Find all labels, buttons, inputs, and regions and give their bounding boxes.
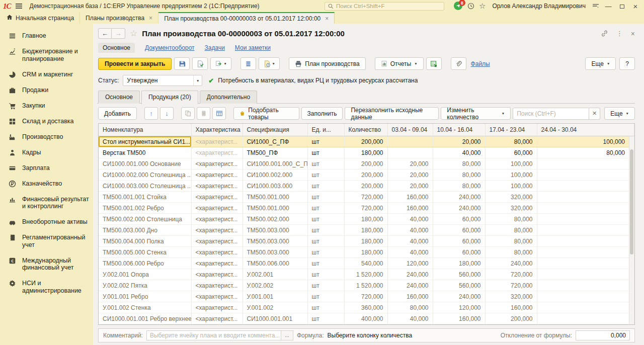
table-cell[interactable]: СИ1000.001.000_С_ПФ xyxy=(243,158,307,169)
files-link[interactable]: Файлы xyxy=(471,60,490,67)
table-cell[interactable]: 40,000 xyxy=(387,235,433,246)
table-cell[interactable]: <характерист... xyxy=(191,235,243,246)
table-cell[interactable]: <характерист... xyxy=(191,191,243,202)
table-cell[interactable]: шт xyxy=(307,224,344,235)
table-cell[interactable]: 40,000 xyxy=(387,313,433,324)
table-cell[interactable]: ТМ500.002.000 xyxy=(243,213,307,224)
table-cell[interactable]: 160,000 xyxy=(387,291,433,302)
table-cell[interactable] xyxy=(537,180,634,191)
table-cell[interactable]: ТМ500.005.000 Стенка xyxy=(99,246,191,257)
table-cell[interactable] xyxy=(387,136,433,147)
table-cell[interactable]: 80,000 xyxy=(387,302,433,313)
table-cell[interactable]: ТМ500.002.000 Столешница xyxy=(99,213,191,224)
sidebar-item-reglament[interactable]: Регламентированный учет xyxy=(0,230,93,253)
table-cell[interactable]: 80,000 xyxy=(433,158,485,169)
doc-tab[interactable]: Дополнительно xyxy=(200,91,257,104)
attachments-button[interactable] xyxy=(451,57,466,70)
table-cell[interactable]: 100,000 xyxy=(485,169,537,180)
table-cell[interactable]: <характерист... xyxy=(191,246,243,257)
table-cell[interactable]: шт xyxy=(307,136,344,147)
table-cell[interactable]: СИ1000.003.000 xyxy=(243,180,307,191)
table-cell[interactable]: 80,000 xyxy=(485,136,537,147)
table-cell[interactable]: 100,000 xyxy=(485,158,537,169)
sidebar-item-finrezultat[interactable]: Финансовый результат и контроллинг xyxy=(0,192,93,215)
table-cell[interactable]: СИ1000_С_ПФ xyxy=(243,136,307,147)
status-select[interactable]: Утвержден ▼ xyxy=(123,75,202,86)
history-icon[interactable] xyxy=(467,3,474,10)
table-row[interactable]: ТМ500.001.002 Ребро<характерист...ТМ500.… xyxy=(99,202,634,213)
sidebar-item-crm[interactable]: CRM и маркетинг xyxy=(0,67,93,82)
table-cell[interactable]: 720,000 xyxy=(485,280,537,291)
doc-nav-link[interactable]: Задачи xyxy=(205,44,225,51)
table-cell[interactable]: шт xyxy=(307,257,344,269)
more-button[interactable]: Еще ▼ xyxy=(585,57,616,70)
table-cell[interactable] xyxy=(537,291,634,302)
table-cell[interactable]: 20,000 xyxy=(387,180,433,191)
window-tab[interactable]: Планы производства× xyxy=(80,12,158,24)
table-cell[interactable]: СИ1000.002.000 Столешница ... xyxy=(99,169,191,180)
table-cell[interactable]: 400,000 xyxy=(344,313,387,324)
table-row[interactable]: ТМ500.003.000 Дно<характерист...ТМ500.00… xyxy=(99,224,634,235)
column-header[interactable]: 10.04 - 16.04 xyxy=(433,124,485,136)
table-cell[interactable]: 560,000 xyxy=(433,280,485,291)
forward-button[interactable]: → xyxy=(112,28,125,39)
service-menu-icon[interactable] xyxy=(592,3,599,9)
global-search-input[interactable]: Поиск Ctrl+Shift+F xyxy=(325,2,444,11)
table-cell[interactable]: СИ1000.001.001 xyxy=(243,313,307,324)
post-and-close-button[interactable]: Провести и закрыть xyxy=(98,58,172,70)
table-cell[interactable]: шт xyxy=(307,235,344,246)
table-cell[interactable]: 80,000 xyxy=(433,180,485,191)
table-row[interactable]: Стол инструментальный СИ1...<характерист… xyxy=(99,136,634,147)
table-cell[interactable]: <характерист... xyxy=(191,180,243,191)
table-row[interactable]: ТМ500.001.001 Стойка<характерист...ТМ500… xyxy=(99,191,634,202)
table-cell[interactable]: 180,000 xyxy=(344,147,387,158)
sidebar-item-proizvodstvo[interactable]: Производство xyxy=(0,129,93,145)
table-cell[interactable]: ТМ500_ПФ xyxy=(243,147,307,158)
get-link-icon[interactable] xyxy=(601,30,608,37)
table-row[interactable]: У.001.001 Ребро<характерист...У.001.001ш… xyxy=(99,291,634,302)
table-cell[interactable]: 180,000 xyxy=(344,213,387,224)
sidebar-item-zarplata[interactable]: Зарплата xyxy=(0,160,93,176)
table-row[interactable]: СИ1000.002.000 Столешница ...<характерис… xyxy=(99,169,634,180)
table-settings-button[interactable] xyxy=(212,107,226,120)
column-header[interactable]: 24.04 - 30.04 xyxy=(537,124,634,136)
table-cell[interactable] xyxy=(537,313,634,324)
close-document-icon[interactable]: × xyxy=(631,30,635,38)
table-cell[interactable]: 80,000 xyxy=(485,213,537,224)
column-header[interactable]: Номенклатура xyxy=(99,124,191,136)
table-cell[interactable]: 540,000 xyxy=(344,257,387,269)
table-cell[interactable]: Стол инструментальный СИ1... xyxy=(99,136,191,147)
fill-button[interactable]: Заполнить xyxy=(301,107,343,120)
sidebar-item-zakupki[interactable]: Закупки xyxy=(0,98,93,114)
table-cell[interactable]: 160,000 xyxy=(485,302,537,313)
column-header[interactable]: 03.04 - 09.04 xyxy=(387,124,433,136)
favorites-icon[interactable]: ☆ xyxy=(479,2,486,11)
table-cell[interactable]: 40,000 xyxy=(387,213,433,224)
table-cell[interactable]: <характерист... xyxy=(191,302,243,313)
table-cell[interactable]: СИ1000.003.000 Столешница ... xyxy=(99,180,191,191)
table-cell[interactable]: 320,000 xyxy=(485,191,537,202)
table-cell[interactable]: 240,000 xyxy=(433,202,485,213)
table-row[interactable]: ТМ500.004.000 Полка<характерист...ТМ500.… xyxy=(99,235,634,246)
table-cell[interactable]: 20,000 xyxy=(433,136,485,147)
sidebar-item-sklad[interactable]: Склад и доставка xyxy=(0,114,93,129)
table-cell[interactable]: У.001.002 xyxy=(243,302,307,313)
sidebar-item-glavnoe[interactable]: Главное xyxy=(0,28,93,44)
table-cell[interactable]: 720,000 xyxy=(344,191,387,202)
document-log-button[interactable]: ▼ xyxy=(259,57,280,70)
table-cell[interactable] xyxy=(537,302,634,313)
comment-input[interactable]: Выберите ячейку плана и вводите коммента… xyxy=(146,330,281,340)
table-cell[interactable]: СИ1000.001.001 Ребро верхнее xyxy=(99,313,191,324)
table-cell[interactable]: ТМ500.003.000 Дно xyxy=(99,224,191,235)
table-cell[interactable]: Верстак ТМ500 xyxy=(99,147,191,158)
more-actions-icon[interactable]: ⋮ xyxy=(616,30,623,37)
table-cell[interactable] xyxy=(537,269,634,280)
table-cell[interactable]: У.001.001 xyxy=(243,291,307,302)
table-cell[interactable]: шт xyxy=(307,246,344,257)
table-cell[interactable]: 60,000 xyxy=(485,147,537,158)
table-cell[interactable]: <характерист... xyxy=(191,291,243,302)
table-cell[interactable] xyxy=(387,147,433,158)
clear-search-icon[interactable]: ✕ xyxy=(589,108,600,120)
table-cell[interactable]: ТМ500.003.000 xyxy=(243,235,307,246)
table-cell[interactable]: <характерист... xyxy=(191,269,243,280)
